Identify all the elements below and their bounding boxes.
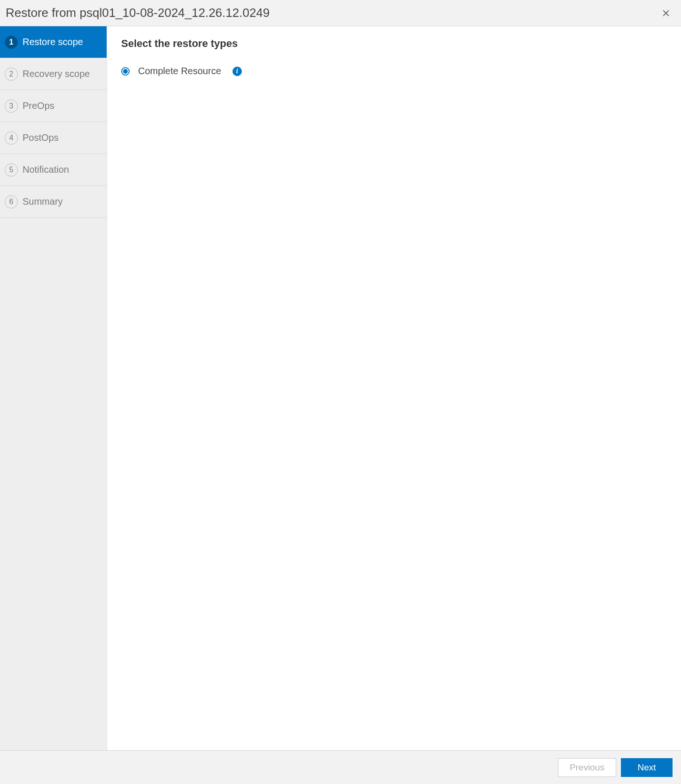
wizard-content: Select the restore types Complete Resour… <box>107 26 681 750</box>
step-label: Notification <box>23 164 69 175</box>
radio-dot-icon <box>123 69 128 74</box>
content-title: Select the restore types <box>121 38 667 50</box>
next-button[interactable]: Next <box>621 758 673 777</box>
step-preops[interactable]: 3 PreOps <box>0 90 107 122</box>
step-number: 2 <box>5 68 18 81</box>
info-icon[interactable]: i <box>232 67 242 76</box>
step-restore-scope[interactable]: 1 Restore scope <box>0 26 107 58</box>
step-number: 5 <box>5 163 18 177</box>
restore-type-option: Complete Resource i <box>121 66 667 77</box>
step-label: PreOps <box>23 100 54 111</box>
step-number: 1 <box>5 36 18 49</box>
step-summary[interactable]: 6 Summary <box>0 186 107 218</box>
dialog-header: Restore from psql01_10-08-2024_12.26.12.… <box>0 0 681 26</box>
close-button[interactable] <box>660 8 672 19</box>
complete-resource-label: Complete Resource <box>138 66 221 77</box>
dialog-footer: Previous Next <box>0 750 681 784</box>
step-recovery-scope[interactable]: 2 Recovery scope <box>0 58 107 90</box>
complete-resource-radio[interactable] <box>121 67 130 76</box>
step-label: Recovery scope <box>23 69 90 79</box>
step-number: 4 <box>5 131 18 145</box>
wizard-sidebar: 1 Restore scope 2 Recovery scope 3 PreOp… <box>0 26 107 750</box>
dialog-body: 1 Restore scope 2 Recovery scope 3 PreOp… <box>0 26 681 750</box>
close-icon <box>661 8 671 18</box>
step-number: 3 <box>5 100 18 113</box>
step-label: Summary <box>23 196 63 207</box>
step-postops[interactable]: 4 PostOps <box>0 122 107 154</box>
step-number: 6 <box>5 195 18 208</box>
dialog-title: Restore from psql01_10-08-2024_12.26.12.… <box>6 6 270 20</box>
step-label: PostOps <box>23 132 59 143</box>
restore-dialog: Restore from psql01_10-08-2024_12.26.12.… <box>0 0 681 784</box>
step-notification[interactable]: 5 Notification <box>0 154 107 186</box>
step-label: Restore scope <box>23 37 83 47</box>
previous-button[interactable]: Previous <box>558 758 616 777</box>
